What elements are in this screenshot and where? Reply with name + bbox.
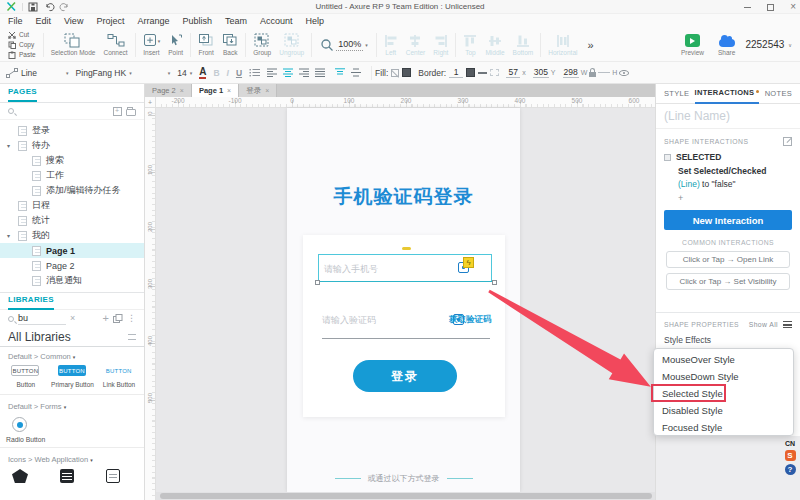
tree-item[interactable]: 工作 xyxy=(0,168,144,183)
tree-item[interactable]: 搜索 xyxy=(0,153,144,168)
action-target[interactable]: (Line) to "false" xyxy=(656,176,800,189)
black-tie-icon[interactable] xyxy=(12,469,28,483)
expand-arrow-icon[interactable]: ▾ xyxy=(7,142,10,149)
section-default-common[interactable]: Default > Common ▾ xyxy=(0,347,144,363)
close-tab-icon[interactable]: × xyxy=(180,87,184,94)
connect-tool[interactable]: Connect xyxy=(99,33,131,56)
tree-item[interactable]: 统计 xyxy=(0,213,144,228)
canvas-tab-page2[interactable]: Page 2× xyxy=(145,84,192,97)
dropdown-item-disabled[interactable]: Disabled Style xyxy=(654,402,793,419)
align-left-tool[interactable]: Left xyxy=(380,33,402,56)
text-align-right-icon[interactable] xyxy=(299,68,309,77)
preview-button[interactable]: Preview xyxy=(677,33,708,56)
copy-button[interactable]: Copy xyxy=(8,41,36,49)
align-center-tool[interactable]: Center xyxy=(402,33,430,56)
menu-view[interactable]: View xyxy=(64,16,83,26)
menu-hamburger-icon[interactable] xyxy=(783,321,792,328)
add-page-icon[interactable] xyxy=(113,107,122,116)
new-interaction-button[interactable]: New Interaction xyxy=(664,210,792,230)
save-icon[interactable] xyxy=(28,2,38,12)
tree-item[interactable]: 添加/编辑待办任务 xyxy=(0,183,144,198)
account-menu[interactable]: 2252543 ∨ xyxy=(745,39,792,50)
vertical-align-middle-icon[interactable] xyxy=(351,68,361,77)
tab-interactions[interactable]: INTERACTIONS xyxy=(695,83,760,104)
undo-icon[interactable] xyxy=(44,2,55,12)
selection-handle[interactable] xyxy=(315,280,320,285)
border-style-icon[interactable] xyxy=(478,72,487,74)
x-field[interactable]: 57 xyxy=(506,67,520,78)
paste-button[interactable]: Paste xyxy=(8,51,36,59)
common-open-link-button[interactable]: Click or Tap → Open Link xyxy=(666,251,790,268)
cut-button[interactable]: Cut xyxy=(8,31,36,39)
align-bottom-tool[interactable]: Bottom xyxy=(509,33,538,56)
selected-event-header[interactable]: SELECTED xyxy=(656,150,800,164)
tree-item[interactable]: Page 2 xyxy=(0,258,144,273)
font-size-dropdown[interactable]: 14▾ xyxy=(177,68,192,78)
tab-notes[interactable]: NOTES xyxy=(765,84,792,103)
tree-item[interactable]: 日程 xyxy=(0,198,144,213)
more-tools-chevron[interactable]: » xyxy=(587,39,593,51)
dropdown-item-focused[interactable]: Focused Style xyxy=(654,419,793,436)
sogou-input-icon[interactable]: S xyxy=(785,450,796,461)
calculator-outline-icon[interactable] xyxy=(106,469,120,483)
library-filter-dropdown[interactable]: All Libraries xyxy=(0,327,144,347)
point-tool[interactable]: Point xyxy=(164,33,187,56)
add-library-icon[interactable]: + xyxy=(103,313,109,324)
canvas-tab-page1-active[interactable]: Page 1× xyxy=(192,84,239,97)
text-align-center-icon[interactable] xyxy=(283,68,293,77)
close-button[interactable]: × xyxy=(790,2,796,12)
scrollbar-thumb[interactable] xyxy=(160,493,652,499)
bullet-list-icon[interactable] xyxy=(249,68,260,77)
login-button-widget[interactable]: 登录 xyxy=(353,360,457,392)
fill-none-icon[interactable] xyxy=(391,69,399,77)
border-color-swatch[interactable] xyxy=(466,68,475,77)
widget-link-button[interactable]: BUTTON Link Button xyxy=(95,365,142,388)
align-middle-tool[interactable]: Middle xyxy=(481,33,508,56)
calculator-solid-icon[interactable] xyxy=(60,469,74,483)
add-action-plus[interactable]: + xyxy=(656,189,800,203)
bold-button[interactable]: B xyxy=(213,68,219,78)
menu-edit[interactable]: Edit xyxy=(36,16,52,26)
font-color-button[interactable]: A xyxy=(199,67,206,79)
get-code-link-widget[interactable]: 获取验证码 xyxy=(449,314,492,326)
dropdown-item-mousedown[interactable]: MouseDown Style xyxy=(654,368,793,385)
clear-search-icon[interactable]: × xyxy=(70,314,75,323)
maximize-button[interactable] xyxy=(767,4,774,11)
border-width-field[interactable]: 1 xyxy=(449,67,463,78)
italic-button[interactable]: I xyxy=(227,68,229,78)
edit-all-icon[interactable] xyxy=(783,137,792,146)
widget-name-input[interactable]: (Line Name) xyxy=(656,104,800,129)
tree-item[interactable]: ▾我的 xyxy=(0,228,144,243)
tree-item[interactable]: 消息通知 xyxy=(0,273,144,288)
login-card-widget[interactable]: 请输入手机号 ϟ 请输入验证码 获取验证码 登录 xyxy=(303,235,505,417)
library-menu-icon[interactable]: ⋮ xyxy=(127,314,136,323)
login-title-widget[interactable]: 手机验证码登录 xyxy=(287,184,520,210)
library-search-input[interactable]: bu xyxy=(18,313,66,325)
collapse-box-icon[interactable] xyxy=(664,154,671,161)
line-style-dropdown[interactable]: Line▾ xyxy=(6,68,69,78)
lock-ratio-icon[interactable] xyxy=(589,72,596,77)
expand-arrow-icon[interactable]: ▾ xyxy=(7,232,10,239)
menu-arrange[interactable]: Arrange xyxy=(137,16,169,26)
ungroup-tool[interactable]: Ungroup xyxy=(275,33,308,56)
tree-item[interactable]: 登录 xyxy=(0,123,144,138)
tree-item-selected[interactable]: Page 1 xyxy=(0,243,144,258)
close-tab-icon[interactable]: × xyxy=(227,87,231,94)
tab-pages[interactable]: PAGES xyxy=(8,84,37,102)
widget-button[interactable]: BUTTON Button xyxy=(2,365,49,388)
y-field[interactable]: 305 xyxy=(533,67,549,78)
vertical-align-top-icon[interactable] xyxy=(335,68,345,77)
underline-button[interactable]: U xyxy=(236,68,242,78)
redo-icon[interactable] xyxy=(59,2,70,12)
library-stack-icon[interactable] xyxy=(113,314,123,323)
zoom-control[interactable]: 100%▾ xyxy=(315,38,373,52)
back-tool[interactable]: Back xyxy=(218,33,242,56)
widget-primary-button[interactable]: BUTTON Primary Button xyxy=(49,365,96,388)
minimize-button[interactable] xyxy=(744,7,751,8)
text-justify-icon[interactable] xyxy=(315,68,325,77)
tab-style[interactable]: STYLE xyxy=(664,84,689,103)
menu-project[interactable]: Project xyxy=(96,16,124,26)
align-right-tool[interactable]: Right xyxy=(429,33,452,56)
font-family-dropdown[interactable]: PingFang HK▾ xyxy=(76,68,132,78)
add-folder-icon[interactable] xyxy=(126,109,136,116)
